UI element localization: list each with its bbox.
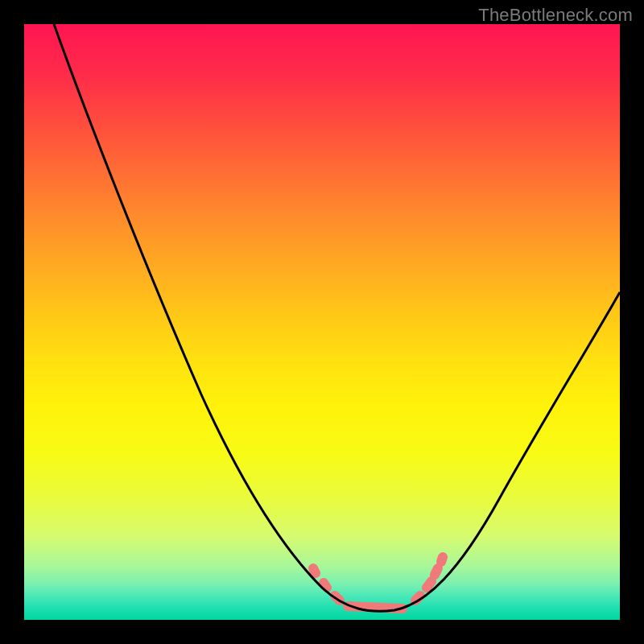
highlight-dots bbox=[313, 557, 443, 609]
chart-svg bbox=[24, 24, 620, 620]
plot-area bbox=[24, 24, 620, 620]
watermark-text: TheBottleneck.com bbox=[478, 5, 633, 26]
chart-frame: TheBottleneck.com bbox=[0, 0, 644, 644]
bottleneck-curve-path bbox=[54, 24, 620, 611]
